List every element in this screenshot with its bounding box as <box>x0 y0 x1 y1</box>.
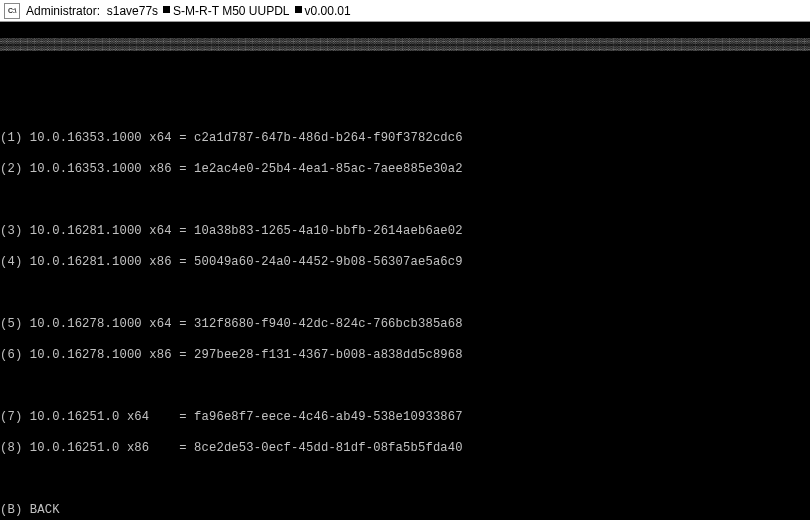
blank-line <box>0 193 810 209</box>
divider-line: ▒▒▒▒▒▒▒▒▒▒▒▒▒▒▒▒▒▒▒▒▒▒▒▒▒▒▒▒▒▒▒▒▒▒▒▒▒▒▒▒… <box>0 38 810 54</box>
blank-line <box>0 100 810 116</box>
title-user-val: s1ave77s <box>107 4 158 18</box>
blank-line <box>0 286 810 302</box>
cmd-icon: C:\ <box>4 3 20 19</box>
console-area[interactable]: ▒▒▒▒▒▒▒▒▒▒▒▒▒▒▒▒▒▒▒▒▒▒▒▒▒▒▒▒▒▒▒▒▒▒▒▒▒▒▒▒… <box>0 22 810 520</box>
menu-item-3: (3) 10.0.16281.1000 x64 = 10a38b83-1265-… <box>0 224 810 240</box>
blank-line <box>0 472 810 488</box>
title-user <box>100 4 107 18</box>
window-titlebar: C:\ Administrator: s1ave77s S-M-R-T M50 … <box>0 0 810 22</box>
square-separator-icon <box>163 6 170 13</box>
menu-item-8: (8) 10.0.16251.0 x86 = 8ce2de53-0ecf-45d… <box>0 441 810 457</box>
menu-item-1: (1) 10.0.16353.1000 x64 = c2a1d787-647b-… <box>0 131 810 147</box>
menu-item-7: (7) 10.0.16251.0 x64 = fa96e8f7-eece-4c4… <box>0 410 810 426</box>
square-separator-icon <box>295 6 302 13</box>
menu-item-4: (4) 10.0.16281.1000 x86 = 50049a60-24a0-… <box>0 255 810 271</box>
menu-item-5: (5) 10.0.16278.1000 x64 = 312f8680-f940-… <box>0 317 810 333</box>
blank-line <box>0 69 810 85</box>
menu-item-6: (6) 10.0.16278.1000 x86 = 297bee28-f131-… <box>0 348 810 364</box>
blank-line <box>0 379 810 395</box>
title-version: v0.00.01 <box>305 4 351 18</box>
title-prefix: Administrator: <box>26 4 100 18</box>
menu-item-2: (2) 10.0.16353.1000 x86 = 1e2ac4e0-25b4-… <box>0 162 810 178</box>
menu-item-back: (B) BACK <box>0 503 810 519</box>
title-app: S-M-R-T M50 UUPDL <box>173 4 289 18</box>
